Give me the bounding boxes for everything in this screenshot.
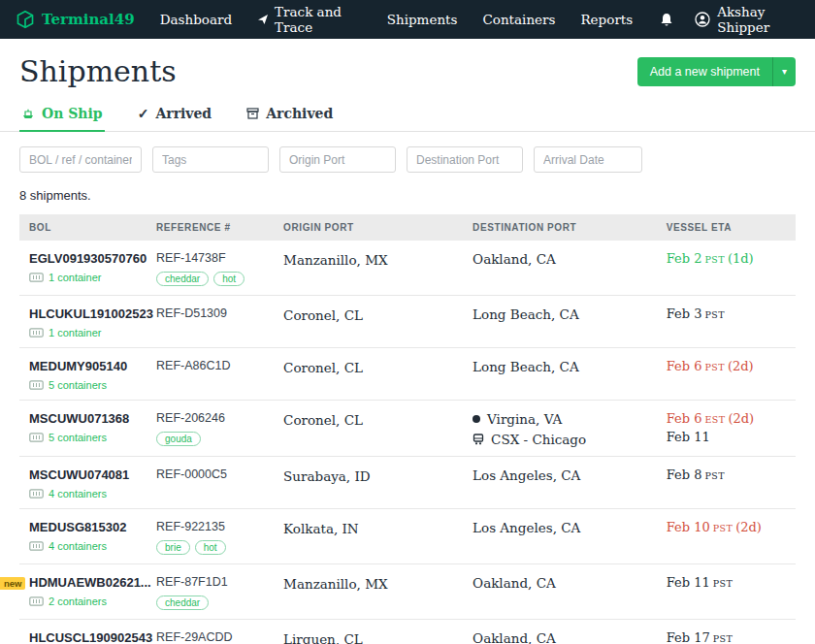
tab-label: Archived bbox=[266, 106, 333, 121]
eta-delta: (2d) bbox=[735, 520, 762, 534]
arrival-date-filter-input[interactable] bbox=[534, 146, 642, 173]
destination-port: Los Angeles, CA bbox=[473, 467, 667, 483]
brand[interactable]: Terminal49 bbox=[16, 10, 135, 29]
reference-cell: REF-A86C1D bbox=[156, 359, 283, 372]
destination-port: Oakland, CA bbox=[473, 630, 667, 644]
destination-text: Oakland, CA bbox=[473, 630, 556, 644]
reference-cell: REF-0000C5 bbox=[156, 467, 283, 481]
table-row[interactable]: EGLV091930570760 1 container REF-14738F … bbox=[19, 241, 796, 296]
tags-filter-input[interactable] bbox=[152, 146, 269, 173]
bol-cell: MEDUSG815302 4 containers bbox=[29, 520, 156, 552]
bol-number: HLCUKUL191002523 bbox=[29, 306, 156, 321]
bol-cell: MSCUWU074081 4 containers bbox=[29, 467, 156, 499]
reference-cell: REF-922135 briehot bbox=[156, 520, 283, 555]
eta-delta: (2d) bbox=[728, 359, 754, 373]
container-icon bbox=[29, 273, 44, 282]
reference-number: REF-14738F bbox=[156, 251, 283, 265]
vessel-eta: Feb 6PST(2d) bbox=[667, 359, 786, 373]
eta-line: Feb 11 bbox=[667, 430, 786, 444]
nav-item-containers[interactable]: Containers bbox=[482, 12, 555, 27]
eta-delta: (2d) bbox=[728, 411, 754, 426]
eta-timezone: PST bbox=[713, 523, 733, 533]
origin-port-filter-input[interactable] bbox=[279, 146, 396, 173]
reference-number: REF-922135 bbox=[156, 520, 283, 533]
nav-item-shipments[interactable]: Shipments bbox=[387, 12, 458, 27]
terminal49-logo-icon bbox=[16, 10, 35, 29]
tag-list: cheddarhot bbox=[156, 272, 283, 286]
container-icon bbox=[29, 328, 44, 338]
reference-number: REF-87F1D1 bbox=[156, 575, 283, 589]
ship-icon bbox=[21, 108, 35, 120]
reference-number: REF-206246 bbox=[156, 411, 283, 425]
page-title: Shipments bbox=[19, 54, 177, 88]
add-shipment-label[interactable]: Add a new shipment bbox=[637, 57, 772, 86]
vessel-eta: Feb 17PST bbox=[667, 630, 786, 644]
nav-item-dashboard[interactable]: Dashboard bbox=[160, 12, 232, 27]
table-row[interactable]: new HDMUAEWB02621... 2 containers REF-87… bbox=[19, 564, 796, 620]
shipments-table-body: EGLV091930570760 1 container REF-14738F … bbox=[19, 241, 796, 644]
bol-cell: MSCUWU071368 5 containers bbox=[29, 411, 156, 443]
origin-port: Lirquen, CL bbox=[283, 630, 473, 644]
paper-plane-icon bbox=[257, 14, 269, 25]
nav-item-label: Track and Trace bbox=[275, 4, 362, 35]
table-row[interactable]: HLCUSCL190902543 8 containers REF-29ACDD… bbox=[19, 620, 796, 644]
nav-item-track-and-trace[interactable]: Track and Trace bbox=[257, 4, 362, 35]
container-count: 4 containers bbox=[49, 488, 107, 499]
bol-number: HLCUSCL190902543 bbox=[29, 630, 156, 644]
destination-text: Long Beach, CA bbox=[473, 306, 579, 322]
destination-text: Oakland, CA bbox=[473, 575, 556, 591]
destination-line: Los Angeles, CA bbox=[473, 467, 667, 483]
notifications-bell-icon[interactable] bbox=[660, 13, 673, 27]
destination-line: Long Beach, CA bbox=[473, 359, 667, 374]
user-menu[interactable]: Akshay Shipper bbox=[695, 4, 799, 35]
vessel-eta: Feb 6EST(2d) Feb 11 bbox=[667, 411, 786, 444]
container-count: 1 container bbox=[49, 272, 101, 283]
container-count-line: 2 containers bbox=[29, 596, 156, 607]
eta-line: Feb 6EST(2d) bbox=[667, 411, 786, 426]
reference-number: REF-A86C1D bbox=[156, 359, 283, 372]
tab-archived[interactable]: Archived bbox=[244, 98, 335, 132]
eta-timezone: PST bbox=[713, 578, 733, 589]
eta-timezone: PST bbox=[713, 633, 733, 644]
tab-on-ship[interactable]: On Ship bbox=[19, 98, 105, 132]
container-icon bbox=[29, 380, 44, 390]
destination-port: Virgina, VA CSX - Chicago bbox=[473, 411, 667, 447]
reference-cell: REF-206246 gouda bbox=[156, 411, 283, 446]
user-avatar-icon bbox=[695, 12, 710, 27]
container-count-line: 5 containers bbox=[29, 432, 156, 443]
origin-port: Kolkata, IN bbox=[283, 520, 473, 536]
container-count-line: 4 containers bbox=[29, 488, 156, 499]
add-shipment-button[interactable]: Add a new shipment ▾ bbox=[637, 57, 796, 86]
origin-port: Manzanillo, MX bbox=[283, 575, 473, 592]
destination-port-filter-input[interactable] bbox=[407, 146, 523, 173]
table-row[interactable]: MSCUWU071368 5 containers REF-206246 gou… bbox=[19, 401, 796, 457]
destination-text: CSX - Chicago bbox=[491, 432, 586, 447]
container-count-line: 1 container bbox=[29, 272, 156, 283]
bol-number: MEDUMY905140 bbox=[29, 359, 156, 373]
eta-line: Feb 3PST bbox=[667, 306, 786, 321]
eta-date: Feb 3 bbox=[667, 306, 702, 321]
table-row[interactable]: HLCUKUL191002523 1 container REF-D51309 … bbox=[19, 296, 796, 348]
table-row[interactable]: MSCUWU074081 4 containers REF-0000C5 Sur… bbox=[19, 457, 796, 509]
nav-item-reports[interactable]: Reports bbox=[580, 12, 633, 27]
destination-port: Oakland, CA bbox=[473, 575, 667, 591]
destination-line: Oakland, CA bbox=[473, 630, 667, 644]
add-shipment-caret-icon[interactable]: ▾ bbox=[772, 57, 796, 86]
table-row[interactable]: MEDUSG815302 4 containers REF-922135 bri… bbox=[19, 509, 796, 564]
tag-list: gouda bbox=[156, 432, 283, 446]
table-row[interactable]: MEDUMY905140 5 containers REF-A86C1D Cor… bbox=[19, 348, 796, 401]
eta-date: Feb 6 bbox=[667, 411, 702, 426]
tab-arrived[interactable]: ✓ Arrived bbox=[136, 98, 214, 132]
user-name: Akshay Shipper bbox=[717, 4, 799, 35]
vessel-eta: Feb 10PST(2d) bbox=[667, 520, 786, 534]
column-header-reference: REFERENCE # bbox=[156, 222, 283, 233]
container-count: 1 container bbox=[49, 327, 101, 338]
column-header-origin-port: ORIGIN PORT bbox=[283, 222, 473, 233]
eta-timezone: PST bbox=[704, 362, 724, 372]
eta-timezone: EST bbox=[704, 414, 725, 425]
eta-timezone: PST bbox=[704, 254, 724, 265]
eta-timezone: PST bbox=[704, 309, 724, 320]
bol-ref-container-filter-input[interactable] bbox=[19, 146, 142, 173]
destination-port: Oakland, CA bbox=[473, 251, 667, 267]
container-icon bbox=[29, 596, 44, 606]
